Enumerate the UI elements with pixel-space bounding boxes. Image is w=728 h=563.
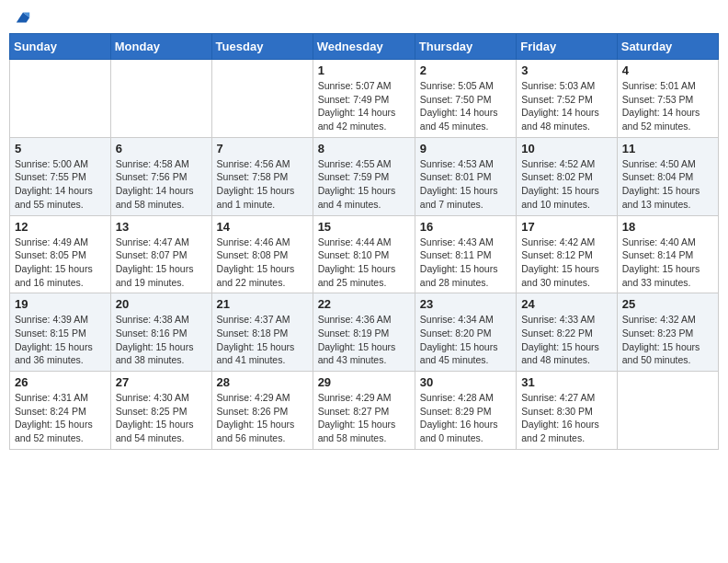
calendar-day-header: Thursday	[415, 34, 516, 60]
day-number: 13	[116, 220, 207, 234]
calendar-cell: 23Sunrise: 4:34 AMSunset: 8:20 PMDayligh…	[415, 293, 516, 372]
day-number: 30	[420, 375, 511, 389]
day-number: 20	[116, 297, 207, 311]
day-number: 12	[15, 220, 106, 234]
calendar-cell: 26Sunrise: 4:31 AMSunset: 8:24 PMDayligh…	[10, 372, 111, 450]
calendar-day-header: Sunday	[10, 34, 111, 60]
day-info: Sunrise: 4:38 AMSunset: 8:16 PMDaylight:…	[116, 313, 207, 367]
day-number: 4	[622, 63, 713, 77]
calendar-cell: 28Sunrise: 4:29 AMSunset: 8:26 PMDayligh…	[211, 372, 313, 450]
calendar-cell: 24Sunrise: 4:33 AMSunset: 8:22 PMDayligh…	[517, 293, 618, 372]
day-number: 3	[521, 63, 612, 77]
calendar-cell: 14Sunrise: 4:46 AMSunset: 8:08 PMDayligh…	[211, 215, 313, 293]
day-number: 11	[622, 142, 713, 155]
day-number: 10	[521, 142, 612, 155]
day-number: 17	[521, 220, 612, 234]
day-number: 21	[217, 297, 308, 311]
day-number: 31	[521, 375, 612, 389]
calendar-cell: 22Sunrise: 4:36 AMSunset: 8:19 PMDayligh…	[313, 293, 415, 372]
day-info: Sunrise: 4:49 AMSunset: 8:05 PMDaylight:…	[15, 236, 106, 290]
day-number: 28	[217, 375, 308, 389]
calendar-table: SundayMondayTuesdayWednesdayThursdayFrid…	[9, 33, 719, 450]
calendar-day-header: Monday	[110, 34, 211, 60]
calendar-day-header: Saturday	[617, 34, 718, 60]
day-info: Sunrise: 4:31 AMSunset: 8:24 PMDaylight:…	[15, 391, 106, 445]
calendar-day-header: Friday	[517, 34, 618, 60]
calendar-cell: 20Sunrise: 4:38 AMSunset: 8:16 PMDayligh…	[110, 293, 211, 372]
day-number: 15	[318, 220, 410, 234]
calendar-cell: 7Sunrise: 4:56 AMSunset: 7:58 PMDaylight…	[211, 137, 313, 215]
calendar-week-row: 26Sunrise: 4:31 AMSunset: 8:24 PMDayligh…	[10, 372, 719, 450]
day-info: Sunrise: 4:58 AMSunset: 7:56 PMDaylight:…	[116, 157, 207, 212]
day-info: Sunrise: 4:46 AMSunset: 8:08 PMDaylight:…	[217, 236, 308, 290]
day-number: 1	[318, 63, 410, 77]
page-header	[9, 9, 719, 26]
calendar-cell: 9Sunrise: 4:53 AMSunset: 8:01 PMDaylight…	[415, 137, 516, 215]
day-info: Sunrise: 4:29 AMSunset: 8:27 PMDaylight:…	[318, 391, 410, 445]
calendar-cell: 3Sunrise: 5:03 AMSunset: 7:52 PMDaylight…	[517, 60, 618, 138]
calendar-day-header: Tuesday	[211, 34, 313, 60]
day-number: 9	[420, 142, 511, 155]
day-number: 19	[15, 297, 106, 311]
calendar-cell	[211, 60, 313, 138]
day-info: Sunrise: 4:56 AMSunset: 7:58 PMDaylight:…	[217, 157, 308, 212]
day-info: Sunrise: 4:42 AMSunset: 8:12 PMDaylight:…	[521, 236, 612, 290]
calendar-cell: 27Sunrise: 4:30 AMSunset: 8:25 PMDayligh…	[110, 372, 211, 450]
day-info: Sunrise: 4:33 AMSunset: 8:22 PMDaylight:…	[521, 313, 612, 367]
day-info: Sunrise: 4:43 AMSunset: 8:11 PMDaylight:…	[420, 236, 511, 290]
calendar-cell	[617, 372, 718, 450]
calendar-day-header: Wednesday	[313, 34, 415, 60]
day-number: 7	[217, 142, 308, 155]
day-number: 6	[116, 142, 207, 155]
calendar-cell: 25Sunrise: 4:32 AMSunset: 8:23 PMDayligh…	[617, 293, 718, 372]
calendar-week-row: 1Sunrise: 5:07 AMSunset: 7:49 PMDaylight…	[10, 60, 719, 138]
day-info: Sunrise: 4:32 AMSunset: 8:23 PMDaylight:…	[622, 313, 713, 367]
day-info: Sunrise: 5:03 AMSunset: 7:52 PMDaylight:…	[521, 79, 612, 133]
calendar-cell: 8Sunrise: 4:55 AMSunset: 7:59 PMDaylight…	[313, 137, 415, 215]
day-info: Sunrise: 4:29 AMSunset: 8:26 PMDaylight:…	[217, 391, 308, 445]
day-number: 29	[318, 375, 410, 389]
day-info: Sunrise: 4:40 AMSunset: 8:14 PMDaylight:…	[622, 236, 713, 290]
calendar-cell: 11Sunrise: 4:50 AMSunset: 8:04 PMDayligh…	[617, 137, 718, 215]
calendar-cell	[110, 60, 211, 138]
day-info: Sunrise: 4:36 AMSunset: 8:19 PMDaylight:…	[318, 313, 410, 367]
day-info: Sunrise: 4:50 AMSunset: 8:04 PMDaylight:…	[622, 157, 713, 212]
calendar-cell: 19Sunrise: 4:39 AMSunset: 8:15 PMDayligh…	[10, 293, 111, 372]
logo	[13, 9, 31, 26]
day-info: Sunrise: 4:37 AMSunset: 8:18 PMDaylight:…	[217, 313, 308, 367]
calendar-cell: 5Sunrise: 5:00 AMSunset: 7:55 PMDaylight…	[10, 137, 111, 215]
calendar-week-row: 19Sunrise: 4:39 AMSunset: 8:15 PMDayligh…	[10, 293, 719, 372]
calendar-cell: 4Sunrise: 5:01 AMSunset: 7:53 PMDaylight…	[617, 60, 718, 138]
calendar-cell: 2Sunrise: 5:05 AMSunset: 7:50 PMDaylight…	[415, 60, 516, 138]
calendar-cell: 30Sunrise: 4:28 AMSunset: 8:29 PMDayligh…	[415, 372, 516, 450]
day-info: Sunrise: 4:55 AMSunset: 7:59 PMDaylight:…	[318, 157, 410, 212]
calendar-cell: 12Sunrise: 4:49 AMSunset: 8:05 PMDayligh…	[10, 215, 111, 293]
day-info: Sunrise: 5:00 AMSunset: 7:55 PMDaylight:…	[15, 157, 106, 212]
day-number: 18	[622, 220, 713, 234]
day-info: Sunrise: 4:52 AMSunset: 8:02 PMDaylight:…	[521, 157, 612, 212]
calendar-week-row: 12Sunrise: 4:49 AMSunset: 8:05 PMDayligh…	[10, 215, 719, 293]
day-number: 5	[15, 142, 106, 155]
day-info: Sunrise: 5:07 AMSunset: 7:49 PMDaylight:…	[318, 79, 410, 133]
calendar-cell: 6Sunrise: 4:58 AMSunset: 7:56 PMDaylight…	[110, 137, 211, 215]
logo-icon	[15, 9, 31, 26]
day-number: 2	[420, 63, 511, 77]
day-info: Sunrise: 4:27 AMSunset: 8:30 PMDaylight:…	[521, 391, 612, 445]
day-info: Sunrise: 4:44 AMSunset: 8:10 PMDaylight:…	[318, 236, 410, 290]
day-info: Sunrise: 4:39 AMSunset: 8:15 PMDaylight:…	[15, 313, 106, 367]
calendar-cell: 31Sunrise: 4:27 AMSunset: 8:30 PMDayligh…	[517, 372, 618, 450]
day-info: Sunrise: 4:53 AMSunset: 8:01 PMDaylight:…	[420, 157, 511, 212]
calendar-cell: 29Sunrise: 4:29 AMSunset: 8:27 PMDayligh…	[313, 372, 415, 450]
calendar-cell: 21Sunrise: 4:37 AMSunset: 8:18 PMDayligh…	[211, 293, 313, 372]
calendar-cell: 10Sunrise: 4:52 AMSunset: 8:02 PMDayligh…	[517, 137, 618, 215]
calendar-header-row: SundayMondayTuesdayWednesdayThursdayFrid…	[10, 34, 719, 60]
day-number: 27	[116, 375, 207, 389]
day-number: 14	[217, 220, 308, 234]
calendar-week-row: 5Sunrise: 5:00 AMSunset: 7:55 PMDaylight…	[10, 137, 719, 215]
day-info: Sunrise: 5:01 AMSunset: 7:53 PMDaylight:…	[622, 79, 713, 133]
day-number: 22	[318, 297, 410, 311]
calendar-cell: 16Sunrise: 4:43 AMSunset: 8:11 PMDayligh…	[415, 215, 516, 293]
calendar-cell: 13Sunrise: 4:47 AMSunset: 8:07 PMDayligh…	[110, 215, 211, 293]
day-number: 25	[622, 297, 713, 311]
calendar-cell: 18Sunrise: 4:40 AMSunset: 8:14 PMDayligh…	[617, 215, 718, 293]
